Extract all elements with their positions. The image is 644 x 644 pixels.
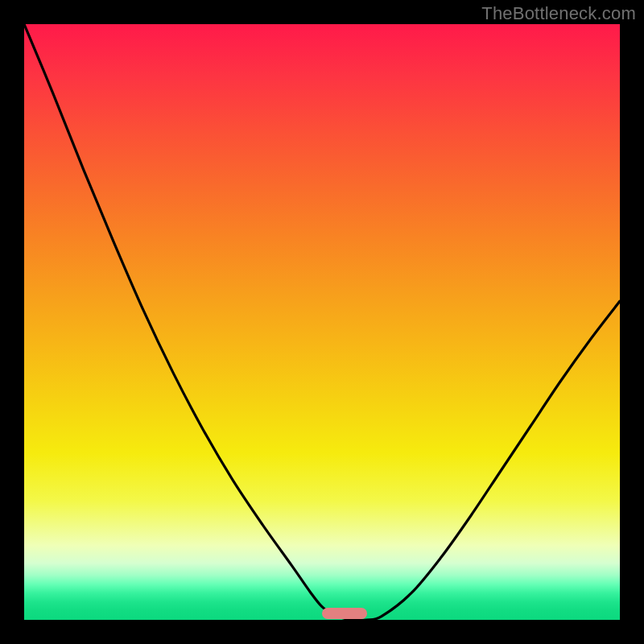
minimum-marker (322, 608, 367, 619)
bottleneck-curve (24, 24, 620, 620)
chart-frame: TheBottleneck.com (0, 0, 644, 644)
watermark-text: TheBottleneck.com (481, 3, 636, 24)
plot-area (24, 24, 620, 620)
